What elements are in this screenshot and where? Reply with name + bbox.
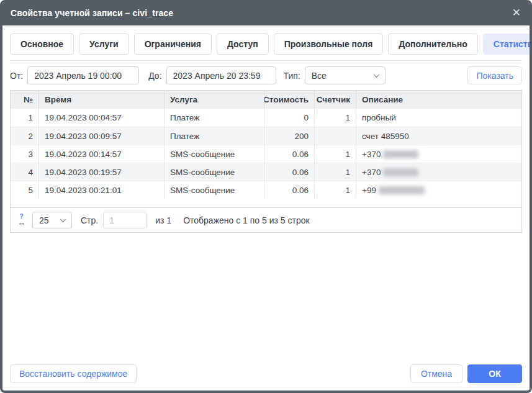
page-number-input[interactable] xyxy=(103,212,147,228)
table-row[interactable]: 2 19.04.2023 00:09:57 Платеж 200 счет 48… xyxy=(11,127,521,145)
filter-bar: От: До: Тип: Все Показать xyxy=(10,66,522,84)
page-size-value: 25 xyxy=(39,215,49,225)
cell-cost: 0.06 xyxy=(264,163,315,181)
titlebar: Свойства учетной записи – civi_trace ✕ xyxy=(2,2,530,25)
dialog-footer: Восстановить содержимое Отмена ОК xyxy=(10,364,522,383)
fit-columns-icon[interactable]: ? ↔ xyxy=(17,214,25,227)
column-header-service[interactable]: Услуга xyxy=(165,91,264,109)
cell-service: SMS-сообщение xyxy=(165,163,264,181)
column-header-counter[interactable]: Счетчик xyxy=(315,91,356,109)
cell-num: 2 xyxy=(11,127,39,145)
tab-custom-fields[interactable]: Произвольные поля xyxy=(274,34,384,55)
from-label: От: xyxy=(10,71,23,81)
cell-num: 5 xyxy=(11,181,39,199)
pager-bar: ? ↔ 25 Стр. из 1 Отображено с 1 по 5 из … xyxy=(11,207,521,232)
tab-additional[interactable]: Дополнительно xyxy=(388,34,477,55)
table-row[interactable]: 5 19.04.2023 00:21:01 SMS-сообщение 0.06… xyxy=(11,181,521,199)
show-button[interactable]: Показать xyxy=(467,66,522,84)
table-row[interactable]: 1 19.04.2023 00:04:57 Платеж 0 1 пробный xyxy=(11,109,521,127)
to-label: До: xyxy=(148,71,161,81)
cell-num: 3 xyxy=(11,145,39,163)
type-label: Тип: xyxy=(284,71,300,81)
account-properties-dialog: Свойства учетной записи – civi_trace ✕ О… xyxy=(0,0,532,393)
cell-service: Платеж xyxy=(165,109,264,127)
column-header-cost[interactable]: Стоимость xyxy=(264,91,315,109)
rows-summary: Отображено с 1 по 5 из 5 строк xyxy=(183,215,310,225)
cell-description: +99 xyxy=(356,181,521,199)
statistics-table: № Время Услуга Стоимость Счетчик Описани… xyxy=(10,90,522,233)
tab-bar: Основное Услуги Ограничения Доступ Произ… xyxy=(10,34,522,55)
cell-cost: 200 xyxy=(264,127,315,145)
cell-counter: 1 xyxy=(315,145,356,163)
to-date-input[interactable] xyxy=(166,66,276,84)
tab-limits[interactable]: Ограничения xyxy=(134,34,212,55)
column-header-description[interactable]: Описание xyxy=(356,91,521,109)
table-header: № Время Услуга Стоимость Счетчик Описани… xyxy=(11,91,521,109)
tab-access[interactable]: Доступ xyxy=(217,34,269,55)
cell-time: 19.04.2023 00:04:57 xyxy=(39,109,165,127)
page-label: Стр. xyxy=(81,215,98,225)
cell-num: 4 xyxy=(11,163,39,181)
cell-cost: 0 xyxy=(264,109,315,127)
table-body: 1 19.04.2023 00:04:57 Платеж 0 1 пробный… xyxy=(11,109,521,199)
close-icon[interactable]: ✕ xyxy=(512,7,521,18)
dialog-title: Свойства учетной записи – civi_trace xyxy=(11,8,173,18)
cell-time: 19.04.2023 00:19:57 xyxy=(39,163,165,181)
chevron-down-icon xyxy=(373,71,379,78)
chevron-down-icon xyxy=(60,216,66,222)
masked-text xyxy=(379,186,425,194)
column-header-num[interactable]: № xyxy=(11,91,39,109)
restore-content-button[interactable]: Восстановить содержимое xyxy=(10,364,137,383)
cell-time: 19.04.2023 00:14:57 xyxy=(39,145,165,163)
cell-counter xyxy=(315,127,356,145)
cell-service: SMS-сообщение xyxy=(165,181,264,199)
cell-time: 19.04.2023 00:21:01 xyxy=(39,181,165,199)
cell-description: счет 485950 xyxy=(356,127,521,145)
page-total: из 1 xyxy=(155,215,171,225)
cell-description: +370 xyxy=(356,145,521,163)
cell-cost: 0.06 xyxy=(264,181,315,199)
cell-counter: 1 xyxy=(315,163,356,181)
cell-cost: 0.06 xyxy=(264,145,315,163)
table-filler xyxy=(11,199,521,207)
masked-text xyxy=(383,168,418,176)
cell-counter: 1 xyxy=(315,181,356,199)
tab-statistics[interactable]: Статистика xyxy=(483,34,532,55)
table-row[interactable]: 4 19.04.2023 00:19:57 SMS-сообщение 0.06… xyxy=(11,163,521,181)
cancel-button[interactable]: Отмена xyxy=(410,364,462,383)
ok-button[interactable]: ОК xyxy=(467,364,522,383)
cell-description: пробный xyxy=(356,109,521,127)
tab-main[interactable]: Основное xyxy=(10,34,74,55)
cell-description: +370 xyxy=(356,163,521,181)
page-size-select[interactable]: 25 xyxy=(32,212,72,228)
dialog-content: Основное Услуги Ограничения Доступ Произ… xyxy=(2,25,530,391)
cell-num: 1 xyxy=(11,109,39,127)
column-header-time[interactable]: Время xyxy=(39,91,165,109)
tab-services[interactable]: Услуги xyxy=(79,34,129,55)
cell-service: SMS-сообщение xyxy=(165,145,264,163)
type-select[interactable]: Все xyxy=(305,66,385,84)
cell-time: 19.04.2023 00:09:57 xyxy=(39,127,165,145)
table-row[interactable]: 3 19.04.2023 00:14:57 SMS-сообщение 0.06… xyxy=(11,145,521,163)
cell-service: Платеж xyxy=(165,127,264,145)
masked-text xyxy=(383,150,418,158)
from-date-input[interactable] xyxy=(27,66,139,84)
tabs-separator xyxy=(10,60,522,61)
cell-counter: 1 xyxy=(315,109,356,127)
type-select-value: Все xyxy=(312,71,327,81)
